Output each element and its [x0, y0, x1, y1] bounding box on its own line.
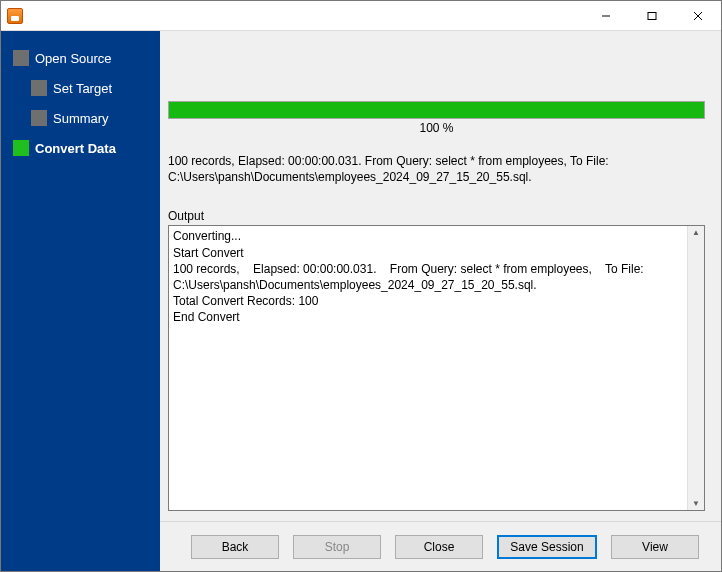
output-box: Converting... Start Convert 100 records,…: [168, 225, 705, 511]
save-session-button[interactable]: Save Session: [497, 535, 597, 559]
close-icon: [693, 11, 703, 21]
output-label: Output: [168, 209, 705, 223]
wizard-button-row: Back Stop Close Save Session View: [160, 521, 721, 571]
sidebar-item-label: Open Source: [35, 51, 112, 66]
close-button[interactable]: Close: [395, 535, 483, 559]
minimize-icon: [601, 11, 611, 21]
svg-rect-1: [648, 12, 656, 19]
progress-percent: 100 %: [168, 121, 705, 135]
back-button[interactable]: Back: [191, 535, 279, 559]
app-icon: [7, 8, 23, 24]
scroll-up-icon: ▲: [692, 228, 700, 237]
wizard-sidebar: Open Source Set Target Summary Convert D…: [1, 31, 160, 571]
minimize-button[interactable]: [583, 1, 629, 30]
stop-button: Stop: [293, 535, 381, 559]
sidebar-item-open-source[interactable]: Open Source: [1, 43, 160, 73]
step-box-icon: [13, 140, 29, 156]
progress-section: 100 %: [168, 101, 705, 135]
step-box-icon: [31, 80, 47, 96]
output-textarea[interactable]: Converting... Start Convert 100 records,…: [169, 226, 687, 510]
step-box-icon: [13, 50, 29, 66]
sidebar-item-set-target[interactable]: Set Target: [1, 73, 160, 103]
output-scrollbar[interactable]: ▲ ▼: [687, 226, 704, 510]
sidebar-item-label: Summary: [53, 111, 109, 126]
conversion-summary-text: 100 records, Elapsed: 00:00:00.031. From…: [168, 153, 705, 185]
main-panel: 100 % 100 records, Elapsed: 00:00:00.031…: [160, 31, 721, 571]
sidebar-item-label: Set Target: [53, 81, 112, 96]
scroll-down-icon: ▼: [692, 499, 700, 508]
maximize-icon: [647, 11, 657, 21]
sidebar-item-label: Convert Data: [35, 141, 116, 156]
titlebar: [1, 1, 721, 31]
sidebar-item-summary[interactable]: Summary: [1, 103, 160, 133]
sidebar-item-convert-data[interactable]: Convert Data: [1, 133, 160, 163]
progress-bar: [168, 101, 705, 119]
step-box-icon: [31, 110, 47, 126]
maximize-button[interactable]: [629, 1, 675, 30]
close-window-button[interactable]: [675, 1, 721, 30]
view-button[interactable]: View: [611, 535, 699, 559]
